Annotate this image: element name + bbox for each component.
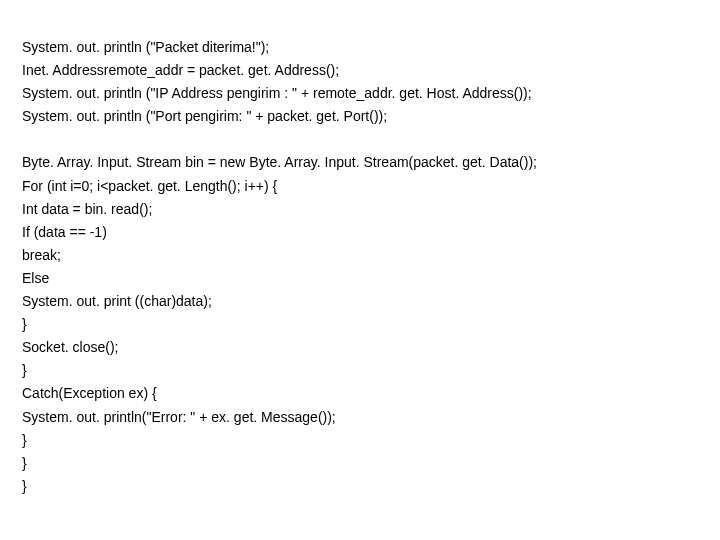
code-line: System. out. println ("Packet diterima!"… (22, 36, 720, 59)
code-line: Catch(Exception ex) { (22, 382, 720, 405)
code-line: Else (22, 267, 720, 290)
code-line: System. out. println ("IP Address pengir… (22, 82, 720, 105)
code-line: break; (22, 244, 720, 267)
code-line: } (22, 313, 720, 336)
code-block: System. out. println ("Packet diterima!"… (0, 0, 720, 498)
code-line: System. out. println("Error: " + ex. get… (22, 406, 720, 429)
code-line: For (int i=0; i<packet. get. Length(); i… (22, 175, 720, 198)
code-line: System. out. print ((char)data); (22, 290, 720, 313)
blank-line (22, 128, 720, 151)
code-line: Int data = bin. read(); (22, 198, 720, 221)
code-line: If (data == -1) (22, 221, 720, 244)
code-line: } (22, 452, 720, 475)
code-line: Byte. Array. Input. Stream bin = new Byt… (22, 151, 720, 174)
code-line: } (22, 429, 720, 452)
code-line: Inet. Addressremote_addr = packet. get. … (22, 59, 720, 82)
code-line: System. out. println ("Port pengirim: " … (22, 105, 720, 128)
code-line: } (22, 475, 720, 498)
code-line: Socket. close(); (22, 336, 720, 359)
code-line: } (22, 359, 720, 382)
